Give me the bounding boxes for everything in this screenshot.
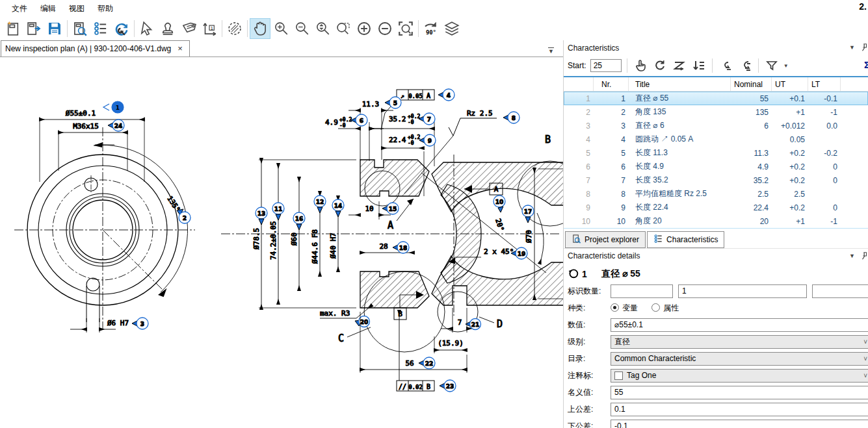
save-button[interactable] <box>44 18 65 39</box>
balloon-5[interactable]: 5 <box>385 97 401 108</box>
table-row[interactable]: 2 2 角度 135 135 +1 -1 <box>564 105 868 119</box>
pan-tool-button[interactable] <box>250 18 270 39</box>
zoom-fit-button[interactable] <box>395 18 416 39</box>
balloon-21[interactable]: 21 <box>466 319 481 330</box>
filter-dropdown-icon[interactable]: ▼ <box>783 63 789 69</box>
nominal-input[interactable]: 55 <box>611 386 868 399</box>
tab-list-dropdown-icon[interactable]: ▼ <box>548 47 554 54</box>
pick-tool-button[interactable] <box>633 58 648 73</box>
menu-help[interactable]: 帮助 <box>91 1 120 17</box>
pin-icon[interactable] <box>860 43 867 52</box>
stamp-tool-button[interactable] <box>157 18 178 39</box>
select-tool-button[interactable] <box>137 18 157 39</box>
balloon-17[interactable]: 17 <box>522 205 534 223</box>
dimension-tool-button[interactable]: 1 <box>199 18 220 39</box>
tab-project-explorer[interactable]: Project explorer <box>565 231 646 248</box>
balloon-13[interactable]: 13 <box>256 207 267 225</box>
filter-button[interactable] <box>764 58 780 73</box>
variable-radio[interactable] <box>611 303 619 312</box>
hatch-tool-button[interactable] <box>224 18 245 39</box>
start-input[interactable] <box>590 59 622 72</box>
balloon-12[interactable]: 12 <box>314 195 326 213</box>
open-plan-button[interactable] <box>23 18 44 39</box>
table-row[interactable]: 3 3 直径 ⌀ 6 6 +0.012 0.0 <box>564 119 868 132</box>
lower-tolerance-input[interactable]: -0.1 <box>611 420 868 428</box>
balloon-22[interactable]: 22 <box>419 357 435 369</box>
reorder-z-button[interactable] <box>672 58 687 73</box>
col-header-nr[interactable]: Nr. <box>594 77 629 91</box>
class-select[interactable]: 直径˅ <box>611 335 868 349</box>
balloon-6[interactable]: 6 <box>351 114 367 126</box>
balloon-8[interactable]: 8 <box>503 112 519 123</box>
catalog-select[interactable]: Common Characteristic˅ <box>611 352 868 366</box>
balloon-11[interactable]: 11 <box>272 203 284 220</box>
balloon-1[interactable]: 1 <box>112 101 124 113</box>
table-row[interactable]: 9 9 长度 22.4 22.4 +0.2 0 <box>564 201 868 214</box>
balloon-16[interactable]: 16 <box>293 212 305 230</box>
layers-button[interactable] <box>441 18 462 39</box>
qty-input-2[interactable]: 1 <box>678 284 807 298</box>
tag-checkbox[interactable] <box>614 371 623 380</box>
panel-menu-icon[interactable]: ▼ <box>849 44 855 51</box>
zoom-in-tool-button[interactable] <box>270 18 291 39</box>
increase-button[interactable] <box>354 18 375 39</box>
zoom-out-tool-button[interactable] <box>291 18 312 39</box>
qty-input-3[interactable] <box>812 284 868 298</box>
close-tab-icon[interactable]: × <box>176 44 184 53</box>
table-row[interactable]: 6 6 长度 4.9 4.9 +0.2 0 <box>564 160 868 173</box>
balloon-7[interactable]: 7 <box>419 113 435 125</box>
qty-input-1[interactable] <box>611 284 673 298</box>
document-tab[interactable]: New inspection plan (A) | 930-1200-406-V… <box>1 40 190 57</box>
zoom-dynamic-tool-button[interactable] <box>312 18 333 39</box>
balloon-9[interactable]: 9 <box>419 134 436 146</box>
upper-tolerance-input[interactable]: 0.1 <box>611 403 868 416</box>
balloon-2[interactable]: 2 <box>177 209 191 223</box>
attribute-radio-label[interactable]: 属性 <box>663 303 679 312</box>
col-header-ut[interactable]: UT <box>772 77 808 91</box>
tab-characteristics[interactable]: Characteristics <box>647 231 724 248</box>
table-header-row[interactable]: Nr. Title Nominal UT LT <box>564 77 868 92</box>
renumber-button[interactable] <box>652 58 668 73</box>
balloon-3[interactable]: 3 <box>132 318 148 329</box>
col-header-lt[interactable]: LT <box>808 77 841 91</box>
drawing-canvas[interactable]: Ø55±0.1 1 M36x15 24 <box>0 57 563 428</box>
rotate-90-button[interactable]: 90° <box>421 18 441 39</box>
attribute-radio[interactable] <box>651 303 660 312</box>
table-row[interactable]: 5 5 长度 11.3 11.3 +0.2 -0.2 <box>564 146 868 160</box>
menu-view[interactable]: 视图 <box>62 1 91 17</box>
project-explorer-button[interactable] <box>70 18 90 39</box>
balloon-18[interactable]: 18 <box>393 242 409 253</box>
settings-button[interactable] <box>111 18 132 39</box>
pin-icon[interactable] <box>860 251 867 260</box>
table-row[interactable]: 7 7 长度 35.2 35.2 +0.2 0 <box>564 173 868 187</box>
balloon-23[interactable]: 23 <box>440 380 456 392</box>
menu-edit[interactable]: 编辑 <box>34 1 62 17</box>
col-header-nominal[interactable]: Nominal <box>731 77 772 91</box>
decrease-button[interactable] <box>375 18 395 39</box>
balloon-14[interactable]: 14 <box>332 199 344 217</box>
variable-radio-label[interactable]: 变量 <box>622 303 638 312</box>
tag-select[interactable]: Tag One˅ <box>611 369 868 383</box>
renumber-from-button[interactable] <box>718 58 733 73</box>
new-plan-button[interactable] <box>3 18 23 39</box>
balloon-10[interactable]: 10 <box>493 195 505 212</box>
renumber-selection-button[interactable] <box>737 58 753 73</box>
table-row[interactable]: 4 4 圆跳动 ↗ 0.05 A 0.05 <box>564 132 868 146</box>
sort-list-button[interactable] <box>691 58 707 73</box>
balloon-15[interactable]: 15 <box>382 203 399 214</box>
balloon-24[interactable]: 24 <box>108 120 124 131</box>
sum-icon[interactable]: Σ <box>864 59 868 70</box>
table-row[interactable]: 10 10 角度 20 20 +1 -1 <box>564 214 868 228</box>
col-header-title[interactable]: Title <box>629 77 731 91</box>
panel-menu-icon[interactable]: ▼ <box>849 253 855 259</box>
svg-text:90°: 90° <box>426 29 436 36</box>
svg-text:17: 17 <box>524 208 533 215</box>
characteristics-list-button[interactable] <box>90 18 111 39</box>
value-input[interactable]: ⌀55±0.1 <box>611 318 868 332</box>
tag-tool-button[interactable] <box>178 18 199 39</box>
balloon-4[interactable]: 4 <box>438 89 454 101</box>
zoom-window-tool-button[interactable] <box>333 18 354 39</box>
table-row[interactable]: 1 1 直径 ⌀ 55 55 +0.1 -0.1 <box>564 92 868 105</box>
table-row[interactable]: 8 8 平均值粗糙度 Rz 2.5 2.5 2.5 <box>564 187 868 201</box>
menu-file[interactable]: 文件 <box>5 1 34 17</box>
